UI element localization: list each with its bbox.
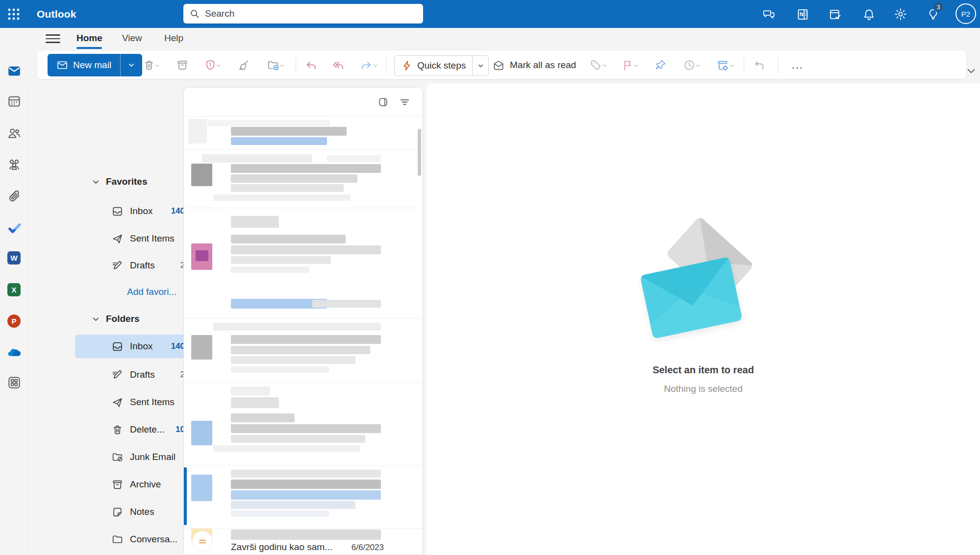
categorize-chevron-icon[interactable] <box>601 62 608 69</box>
folders-junk-email[interactable]: Junk Email <box>75 445 191 469</box>
folder-label: Delete... <box>130 424 165 435</box>
archive-settings-icon[interactable] <box>716 59 729 72</box>
tab-help[interactable]: Help <box>164 30 183 46</box>
folders-conversation-history[interactable]: Conversa... <box>75 528 191 551</box>
tab-view[interactable]: View <box>122 30 142 46</box>
archive-icon <box>111 479 124 491</box>
rail-mail-icon[interactable] <box>6 63 22 78</box>
ribbon-toolbar: New mail <box>37 50 967 79</box>
favorites-drafts[interactable]: Drafts 2 <box>75 254 191 277</box>
rail-people-icon[interactable] <box>6 125 22 141</box>
folders-inbox-selected[interactable]: Inbox 140 <box>75 335 191 358</box>
section-label: Favorites <box>106 176 147 187</box>
hamburger-menu-icon[interactable] <box>46 32 60 45</box>
notifications-bell-icon[interactable] <box>861 7 876 22</box>
filter-icon[interactable] <box>398 95 411 109</box>
toolbar-overflow-button[interactable]: ... <box>788 57 807 73</box>
chevron-down-icon <box>92 178 100 186</box>
pin-icon[interactable] <box>654 59 667 72</box>
mark-all-read-button[interactable]: Mark all as read <box>487 55 581 75</box>
toolbar-separator <box>778 57 778 73</box>
folder-label: Inbox <box>130 206 152 217</box>
folders-drafts[interactable]: Drafts 2 <box>75 363 191 386</box>
settings-gear-icon[interactable] <box>893 7 908 22</box>
folders-sent-items[interactable]: Sent Items <box>75 390 191 414</box>
rail-groups-icon[interactable] <box>6 156 22 171</box>
svg-text:N: N <box>799 11 803 17</box>
collapse-ribbon-chevron-icon[interactable] <box>965 65 978 77</box>
snooze-chevron-icon[interactable] <box>695 62 702 69</box>
message-list: Završi godinu kao sam... 6/6/2023 <box>183 87 423 555</box>
section-folders[interactable]: Folders <box>75 308 193 330</box>
forward-icon[interactable] <box>360 59 373 72</box>
rail-powerpoint-icon[interactable]: P <box>6 314 22 329</box>
toolbar-separator <box>296 57 296 73</box>
email-subject[interactable]: Završi godinu kao sam... <box>231 542 344 553</box>
outlook-window: Outlook Search N 3 P2 <box>0 0 980 555</box>
section-label: Folders <box>106 314 140 324</box>
flag-chevron-icon[interactable] <box>633 62 640 69</box>
undo-icon[interactable] <box>753 59 766 72</box>
search-placeholder: Search <box>205 8 234 19</box>
mark-all-read-label: Mark all as read <box>510 60 576 71</box>
report-chevron-icon[interactable] <box>215 62 222 69</box>
rail-files-icon[interactable] <box>6 188 22 203</box>
app-launcher-icon[interactable] <box>5 5 23 23</box>
select-mode-icon[interactable] <box>376 95 390 109</box>
folders-deleted-items[interactable]: Delete... 10 <box>75 418 191 441</box>
email-date: 6/6/2023 <box>340 543 384 553</box>
move-to-chevron-icon[interactable] <box>278 62 285 69</box>
quick-steps-label: Quick steps <box>417 60 466 71</box>
folder-label: Sent Items <box>130 233 175 244</box>
search-input[interactable]: Search <box>183 4 423 24</box>
my-day-calendar-icon[interactable] <box>828 7 842 22</box>
rail-onedrive-icon[interactable] <box>6 345 22 361</box>
folder-pane: Favorites Inbox 140 Sent Items Drafts 2 … <box>28 83 183 555</box>
tab-home[interactable]: Home <box>76 30 102 46</box>
teams-chat-icon[interactable] <box>761 7 776 22</box>
folders-notes[interactable]: Notes <box>75 500 191 524</box>
categorize-tag-icon[interactable] <box>589 59 602 72</box>
reply-icon[interactable] <box>305 59 318 72</box>
account-avatar[interactable]: P2 <box>955 3 976 24</box>
add-favorite-link[interactable]: Add favori... <box>75 281 191 303</box>
trash-icon <box>111 424 124 436</box>
rail-calendar-icon[interactable] <box>6 94 22 109</box>
message-list-scrollbar[interactable] <box>418 129 421 176</box>
sweep-icon[interactable] <box>237 59 250 72</box>
new-mail-dropdown-chevron[interactable] <box>120 54 142 76</box>
mark-all-read-icon <box>492 59 505 72</box>
new-mail-button[interactable]: New mail <box>48 54 142 76</box>
folder-icon <box>111 533 124 546</box>
folder-label: Archive <box>130 479 161 490</box>
move-to-folder-icon[interactable] <box>267 59 279 72</box>
rail-excel-icon[interactable]: X <box>6 282 22 297</box>
quick-steps-button[interactable]: Quick steps <box>394 55 489 76</box>
onenote-feed-icon[interactable]: N <box>795 7 810 22</box>
rail-word-icon[interactable]: W <box>6 250 22 265</box>
favorites-inbox[interactable]: Inbox 140 <box>75 199 191 223</box>
blurred-message-rows[interactable] <box>184 88 423 555</box>
archive-icon[interactable] <box>176 59 189 72</box>
send-icon <box>111 233 124 245</box>
new-mail-envelope-icon <box>56 59 68 71</box>
quick-steps-lightning-icon <box>401 60 413 72</box>
snooze-clock-icon[interactable] <box>683 59 696 72</box>
drafts-pencil-icon <box>111 260 124 272</box>
folders-archive[interactable]: Archive <box>75 473 191 496</box>
quick-steps-chevron-icon[interactable] <box>472 56 488 75</box>
active-tab-indicator <box>76 47 102 49</box>
reply-all-icon[interactable] <box>332 59 345 72</box>
unread-count: 140 <box>171 206 185 216</box>
tips-badge: 3 <box>933 1 944 12</box>
favorites-sent-items[interactable]: Sent Items <box>75 227 191 250</box>
sender-avatar <box>192 531 213 552</box>
delete-chevron-icon[interactable] <box>154 62 161 69</box>
folder-label: Drafts <box>130 260 155 271</box>
rail-more-apps-icon[interactable] <box>6 375 22 390</box>
section-favorites[interactable]: Favorites <box>75 171 193 193</box>
chevron-down-icon <box>92 315 100 323</box>
archive-settings-chevron-icon[interactable] <box>729 62 735 69</box>
rail-todo-icon[interactable] <box>6 219 22 235</box>
forward-chevron-icon[interactable] <box>372 62 379 69</box>
